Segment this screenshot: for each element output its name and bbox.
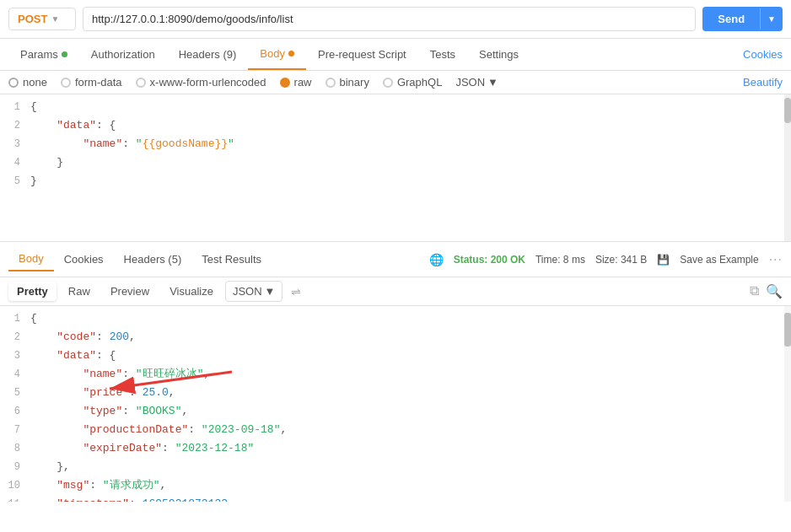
method-label: POST xyxy=(18,13,47,25)
radio-raw[interactable]: raw xyxy=(280,76,312,89)
resp-line-9: 9 }, xyxy=(0,458,791,476)
fmt-pretty-button[interactable]: Pretty xyxy=(8,282,56,301)
response-header: Body Cookies Headers (5) Test Results 🌐 … xyxy=(0,242,791,277)
resp-line-2: 2 "code": 200, xyxy=(0,328,791,347)
radio-graphql-circle xyxy=(383,78,393,88)
cookies-link[interactable]: Cookies xyxy=(743,40,783,69)
resp-scrollbar[interactable] xyxy=(784,306,791,502)
resp-tab-cookies[interactable]: Cookies xyxy=(54,248,114,271)
resp-tab-headers-label: Headers (5) xyxy=(124,253,182,266)
req-line-4: 4 } xyxy=(0,153,791,172)
resp-tab-body[interactable]: Body xyxy=(8,247,54,271)
resp-scrollbar-thumb xyxy=(784,313,791,347)
radio-none-circle xyxy=(8,78,19,88)
tab-params-label: Params xyxy=(20,48,58,61)
resp-format-select[interactable]: JSON ▼ xyxy=(225,281,283,302)
body-type-row: none form-data x-www-form-urlencoded raw… xyxy=(0,71,791,94)
resp-format-chevron-icon: ▼ xyxy=(265,285,276,298)
radio-binary[interactable]: binary xyxy=(326,76,369,89)
resp-tab-test-results[interactable]: Test Results xyxy=(191,248,272,271)
req-line-3: 3 "name": "{{goodsName}}" xyxy=(0,135,791,153)
radio-form-data-circle xyxy=(61,78,71,88)
copy-icon[interactable]: ⧉ xyxy=(750,283,759,299)
radio-graphql[interactable]: GraphQL xyxy=(383,76,442,89)
tab-authorization[interactable]: Authorization xyxy=(79,40,167,69)
method-chevron-icon: ▼ xyxy=(51,14,59,24)
format-chevron-icon: ▼ xyxy=(487,76,498,89)
fmt-preview-button[interactable]: Preview xyxy=(102,282,158,301)
req-line-1: 1 { xyxy=(0,98,791,116)
save-example-button[interactable]: Save as Example xyxy=(680,254,758,266)
response-meta: 🌐 Status: 200 OK Time: 8 ms Size: 341 B … xyxy=(429,252,783,267)
tab-tests-label: Tests xyxy=(430,48,455,61)
req-line-5: 5 } xyxy=(0,172,791,191)
tab-authorization-label: Authorization xyxy=(91,48,155,61)
resp-action-icons: ⧉ 🔍 xyxy=(750,283,783,299)
send-label: Send xyxy=(702,7,760,31)
radio-none[interactable]: none xyxy=(8,76,47,89)
radio-none-label: none xyxy=(23,76,47,89)
resp-line-3: 3 "data": { xyxy=(0,347,791,365)
resp-line-6: 6 "type": "BOOKS", xyxy=(0,402,791,421)
radio-form-data-label: form-data xyxy=(75,76,122,89)
radio-raw-label: raw xyxy=(294,76,312,89)
tab-headers-label: Headers (9) xyxy=(179,48,237,61)
req-scrollbar[interactable] xyxy=(784,94,791,241)
url-input[interactable] xyxy=(83,7,696,31)
resp-line-4: 4 "name": "旺旺碎冰冰", xyxy=(0,365,791,384)
resp-line-1: 1 { xyxy=(0,309,791,328)
resp-format-label: JSON xyxy=(233,285,262,298)
beautify-button[interactable]: Beautify xyxy=(743,76,783,89)
resp-tab-body-label: Body xyxy=(19,252,44,265)
params-dot xyxy=(62,51,67,57)
tab-params[interactable]: Params xyxy=(8,40,79,69)
body-dot xyxy=(288,51,294,56)
resp-tab-test-results-label: Test Results xyxy=(202,253,261,266)
tab-settings[interactable]: Settings xyxy=(467,40,530,69)
fmt-visualize-button[interactable]: Visualize xyxy=(161,282,222,301)
send-dropdown-icon[interactable]: ▼ xyxy=(760,8,783,30)
resp-line-10: 10 "msg": "请求成功", xyxy=(0,476,791,495)
resp-line-7: 7 "productionDate": "2023-09-18", xyxy=(0,421,791,439)
response-time: Time: 8 ms xyxy=(535,254,585,266)
tab-body[interactable]: Body xyxy=(248,39,306,70)
main-tabs: Params Authorization Headers (9) Body Pr… xyxy=(0,39,791,71)
req-scrollbar-thumb xyxy=(784,98,791,123)
tab-tests[interactable]: Tests xyxy=(418,40,467,69)
resp-tab-cookies-label: Cookies xyxy=(64,253,104,266)
globe-icon: 🌐 xyxy=(429,253,444,266)
resp-line-11: 11 "timestamp": 1695021872132 xyxy=(0,495,791,502)
tab-settings-label: Settings xyxy=(479,48,519,61)
radio-urlencoded-label: x-www-form-urlencoded xyxy=(150,76,266,89)
floppy-icon: 💾 xyxy=(657,254,670,266)
response-format-row: Pretty Raw Preview Visualize JSON ▼ ⇌ ⧉ … xyxy=(0,277,791,306)
more-options-button[interactable]: ··· xyxy=(769,252,783,267)
resp-line-5: 5 "price": 25.0, xyxy=(0,384,791,402)
radio-urlencoded[interactable]: x-www-form-urlencoded xyxy=(136,76,266,89)
radio-raw-circle xyxy=(280,78,290,88)
response-size: Size: 341 B xyxy=(595,254,647,266)
resp-tab-headers[interactable]: Headers (5) xyxy=(114,248,192,271)
response-status: Status: 200 OK xyxy=(454,254,525,266)
radio-urlencoded-circle xyxy=(136,78,146,88)
radio-graphql-label: GraphQL xyxy=(397,76,442,89)
format-select[interactable]: JSON ▼ xyxy=(455,76,498,89)
radio-binary-label: binary xyxy=(340,76,369,89)
send-button[interactable]: Send ▼ xyxy=(702,7,783,31)
tab-body-label: Body xyxy=(260,47,285,60)
resp-line-8: 8 "expireDate": "2023-12-18" xyxy=(0,439,791,458)
url-bar: POST ▼ Send ▼ xyxy=(0,0,791,39)
filter-icon[interactable]: ⇌ xyxy=(286,282,306,302)
tab-pre-request-label: Pre-request Script xyxy=(318,48,406,61)
req-line-2: 2 "data": { xyxy=(0,116,791,135)
response-body-editor: 1 { 2 "code": 200, 3 "data": { 4 "name":… xyxy=(0,306,791,502)
search-icon[interactable]: 🔍 xyxy=(766,283,783,299)
radio-binary-circle xyxy=(326,78,336,88)
tab-pre-request[interactable]: Pre-request Script xyxy=(306,40,418,69)
radio-form-data[interactable]: form-data xyxy=(61,76,122,89)
fmt-raw-button[interactable]: Raw xyxy=(60,282,99,301)
tab-headers[interactable]: Headers (9) xyxy=(167,40,249,69)
request-body-editor[interactable]: 1 { 2 "data": { 3 "name": "{{goodsName}}… xyxy=(0,94,791,242)
format-label: JSON xyxy=(455,76,485,89)
method-select[interactable]: POST ▼ xyxy=(8,8,76,30)
